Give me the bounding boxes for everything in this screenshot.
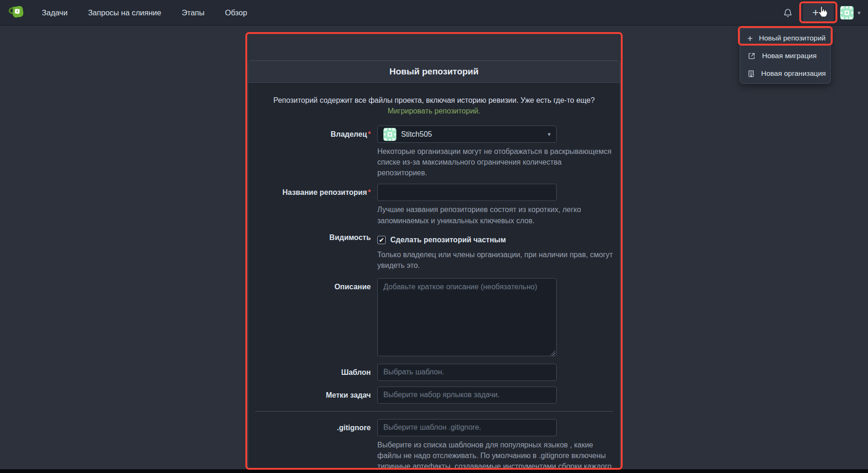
visibility-label-text: Видимость bbox=[329, 233, 371, 241]
description-label-text: Описание bbox=[335, 283, 371, 291]
plus-icon: + bbox=[747, 33, 753, 43]
issue-labels-field: Метки задач Выберите набор ярлыков задач… bbox=[255, 386, 613, 404]
required-asterisk: * bbox=[368, 130, 371, 138]
create-dropdown-menu: + Новый репозиторий Новая миграция Новая… bbox=[740, 28, 831, 84]
owner-chevron-down-icon: ▾ bbox=[547, 131, 551, 138]
create-new-button[interactable]: + ▾ bbox=[803, 3, 834, 22]
gitignore-help-text: Выберите из списка шаблонов для популярн… bbox=[377, 440, 613, 473]
menu-item-new-repository[interactable]: + Новый репозиторий bbox=[740, 29, 830, 47]
owner-label: Владелец* bbox=[255, 126, 371, 178]
template-label-text: Шаблон bbox=[341, 368, 371, 376]
top-navbar: Задачи Запросы на слияние Этапы Обзор + … bbox=[0, 0, 868, 26]
nav-item-issues[interactable]: Задачи bbox=[42, 8, 67, 17]
notifications-bell-icon[interactable] bbox=[780, 5, 796, 20]
plus-icon: + bbox=[812, 7, 819, 18]
visibility-label: Видимость bbox=[255, 232, 371, 271]
nav-item-milestones[interactable]: Этапы bbox=[182, 8, 204, 17]
owner-select[interactable]: Stitch505 ▾ bbox=[377, 126, 557, 143]
owner-avatar bbox=[383, 128, 396, 141]
private-checkbox-label[interactable]: Сделать репозиторий частным bbox=[390, 236, 506, 244]
owner-help-text: Некоторые организации могут не отображат… bbox=[377, 146, 613, 178]
required-asterisk: * bbox=[368, 188, 371, 196]
repo-name-help-text: Лучшие названия репозиториев состоят из … bbox=[377, 204, 613, 226]
description-field: Описание bbox=[255, 278, 613, 358]
nav-item-pull-requests[interactable]: Запросы на слияние bbox=[88, 8, 161, 17]
description-label: Описание bbox=[255, 278, 371, 358]
user-avatar-menu[interactable]: ▾ bbox=[840, 6, 861, 20]
nav-item-explore[interactable]: Обзор bbox=[225, 8, 247, 17]
owner-field: Владелец* bbox=[255, 126, 613, 178]
issue-labels-select[interactable]: Выберите набор ярлыков задачи. bbox=[377, 386, 557, 404]
page-background: Новый репозиторий Репозиторий содержит в… bbox=[0, 26, 868, 469]
gitignore-label: .gitignore bbox=[255, 419, 371, 473]
intro-text: Репозиторий содержит все файлы проекта, … bbox=[273, 96, 595, 104]
main-nav: Задачи Запросы на слияние Этапы Обзор bbox=[42, 8, 247, 17]
avatar-chevron-down-icon: ▾ bbox=[857, 9, 861, 16]
check-icon: ✔ bbox=[379, 236, 384, 244]
migration-icon bbox=[747, 52, 756, 60]
new-repository-form: Новый репозиторий Репозиторий содержит в… bbox=[248, 60, 620, 473]
form-header: Новый репозиторий bbox=[248, 61, 620, 83]
menu-item-label: Новый репозиторий bbox=[759, 34, 825, 42]
repo-name-label: Название репозитория* bbox=[255, 184, 371, 226]
chevron-down-icon: ▾ bbox=[822, 9, 825, 16]
gitea-logo-icon[interactable] bbox=[8, 4, 25, 21]
bottom-black-strip bbox=[0, 469, 868, 473]
organization-icon bbox=[747, 70, 755, 78]
repo-name-input[interactable] bbox=[377, 184, 557, 201]
repo-name-field: Название репозитория* Лучшие названия ре… bbox=[255, 184, 613, 226]
menu-item-label: Новая миграция bbox=[762, 52, 816, 60]
template-placeholder: Выбрать шаблон. bbox=[383, 368, 444, 376]
issue-labels-placeholder: Выберите набор ярлыков задачи. bbox=[383, 391, 500, 399]
template-select[interactable]: Выбрать шаблон. bbox=[377, 364, 557, 381]
menu-item-new-organization[interactable]: Новая организация bbox=[740, 65, 830, 82]
repo-name-label-text: Название репозитория bbox=[283, 188, 367, 196]
template-label: Шаблон bbox=[255, 364, 371, 381]
migrate-repository-link[interactable]: Мигрировать репозиторий. bbox=[388, 107, 480, 115]
owner-value: Stitch505 bbox=[401, 130, 432, 139]
gitignore-placeholder: Выберите шаблон .gitignore. bbox=[383, 423, 481, 432]
issue-labels-label: Метки задач bbox=[255, 386, 371, 404]
description-textarea[interactable] bbox=[377, 278, 557, 356]
template-field: Шаблон Выбрать шаблон. bbox=[255, 364, 613, 381]
menu-item-new-migration[interactable]: Новая миграция bbox=[740, 47, 830, 65]
navbar-right: + ▾ ▾ bbox=[780, 3, 861, 22]
visibility-field: Видимость ✔ Сделать репозиторий частным … bbox=[255, 232, 613, 271]
user-avatar[interactable] bbox=[840, 6, 854, 20]
section-divider bbox=[255, 411, 613, 412]
private-checkbox[interactable]: ✔ bbox=[377, 236, 386, 244]
gitignore-field: .gitignore Выберите шаблон .gitignore. В… bbox=[255, 419, 613, 473]
issue-labels-label-text: Метки задач bbox=[326, 391, 371, 399]
owner-label-text: Владелец bbox=[330, 130, 367, 138]
form-intro: Репозиторий содержит все файлы проекта, … bbox=[269, 95, 599, 116]
form-body: Репозиторий содержит все файлы проекта, … bbox=[248, 83, 620, 473]
menu-item-label: Новая организация bbox=[761, 69, 826, 78]
page-title: Новый репозиторий bbox=[389, 67, 479, 77]
gitignore-label-text: .gitignore bbox=[337, 424, 371, 432]
gitignore-select[interactable]: Выберите шаблон .gitignore. bbox=[377, 419, 557, 436]
visibility-help-text: Только владелец или члены организации, п… bbox=[377, 249, 613, 271]
